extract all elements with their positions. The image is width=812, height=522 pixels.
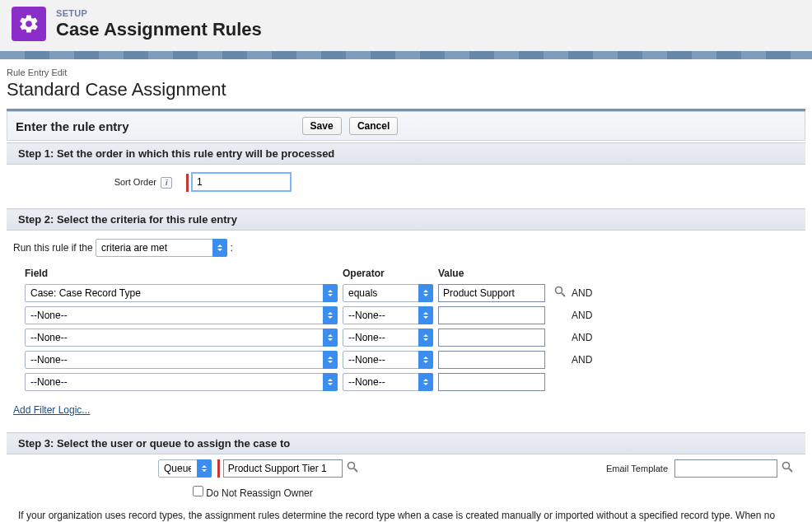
criteria-row: --None----None--AND	[25, 305, 597, 325]
gear-icon	[12, 7, 46, 41]
criteria-join: AND	[572, 305, 597, 325]
step1-header: Step 1: Set the order in which this rule…	[7, 142, 805, 165]
step3-header: Step 3: Select the user or queue to assi…	[7, 432, 805, 454]
footnote-text: If your organization uses record types, …	[7, 499, 805, 522]
page-title: Standard Case Assignment	[7, 79, 805, 100]
required-indicator	[217, 459, 220, 478]
criteria-row: --None----None--AND	[25, 328, 597, 347]
page-header-title: Case Assignment Rules	[56, 19, 262, 40]
step3-body: Queue Email Template Do Not Reassign Own…	[7, 454, 805, 499]
assign-to-input[interactable]	[223, 459, 343, 478]
assign-type-select[interactable]: Queue	[158, 459, 212, 478]
cancel-button[interactable]: Cancel	[349, 117, 398, 135]
criteria-join	[572, 372, 597, 392]
setup-header: SETUP Case Assignment Rules	[0, 0, 812, 51]
email-template-label: Email Template	[606, 464, 674, 473]
sort-order-label: Sort Order	[18, 177, 158, 187]
svg-line-1	[562, 293, 565, 296]
svg-point-2	[348, 463, 354, 469]
criteria-field-select[interactable]: --None--	[25, 351, 338, 369]
criteria-row: --None----None--	[25, 372, 597, 392]
criteria-field-select[interactable]: --None--	[25, 373, 338, 391]
required-indicator	[186, 174, 189, 192]
lookup-icon[interactable]	[781, 460, 794, 476]
criteria-value-input[interactable]	[438, 284, 545, 302]
criteria-operator-select[interactable]: --None--	[343, 329, 433, 347]
criteria-value-input[interactable]	[438, 306, 545, 324]
step1-body: Sort Order i	[7, 165, 805, 207]
criteria-field-select[interactable]: --None--	[25, 306, 338, 324]
breadcrumb: Rule Entry Edit	[7, 68, 805, 77]
lookup-icon[interactable]	[346, 460, 359, 476]
criteria-operator-select[interactable]: --None--	[343, 373, 433, 391]
criteria-value-input[interactable]	[438, 351, 545, 369]
criteria-row: Case: Case Record TypeequalsAND	[25, 283, 597, 303]
add-filter-logic-link[interactable]: Add Filter Logic...	[13, 404, 90, 416]
svg-line-5	[789, 468, 792, 472]
criteria-value-input[interactable]	[438, 373, 545, 391]
info-icon[interactable]: i	[161, 177, 172, 189]
criteria-mode-select[interactable]: criteria are met	[96, 239, 227, 257]
criteria-table: Field Operator Value Case: Case Record T…	[25, 262, 597, 394]
col-operator: Operator	[343, 264, 438, 281]
save-button[interactable]: Save	[302, 117, 342, 135]
header-ribbon	[0, 51, 812, 59]
step2-body: Run this rule if the criteria are met : …	[7, 231, 805, 431]
criteria-operator-select[interactable]: equals	[343, 284, 433, 302]
do-not-reassign-checkbox[interactable]	[193, 486, 203, 496]
svg-point-4	[783, 463, 790, 469]
criteria-join: AND	[572, 328, 597, 347]
svg-point-0	[556, 287, 562, 294]
colon: :	[230, 242, 232, 254]
criteria-operator-select[interactable]: --None--	[343, 351, 433, 369]
col-value: Value	[438, 264, 550, 281]
criteria-field-select[interactable]: Case: Case Record Type	[25, 284, 338, 302]
col-field: Field	[25, 264, 343, 281]
run-rule-label: Run this rule if the	[13, 242, 93, 254]
criteria-field-select[interactable]: --None--	[25, 329, 338, 347]
setup-label: SETUP	[56, 8, 262, 18]
enter-rule-label: Enter the rule entry	[16, 119, 129, 133]
lookup-icon[interactable]	[553, 285, 567, 301]
criteria-operator-select[interactable]: --None--	[343, 306, 433, 324]
email-template-input[interactable]	[674, 459, 777, 478]
criteria-join: AND	[572, 350, 597, 370]
criteria-join: AND	[572, 283, 597, 303]
enter-rule-section-bar: Enter the rule entry Save Cancel	[7, 111, 805, 141]
do-not-reassign-label[interactable]: Do Not Reassign Owner	[206, 487, 312, 499]
svg-line-3	[354, 468, 357, 472]
criteria-row: --None----None--AND	[25, 350, 597, 370]
step2-header: Step 2: Select the criteria for this rul…	[7, 208, 805, 231]
sort-order-input[interactable]	[192, 173, 291, 191]
criteria-value-input[interactable]	[438, 329, 545, 347]
